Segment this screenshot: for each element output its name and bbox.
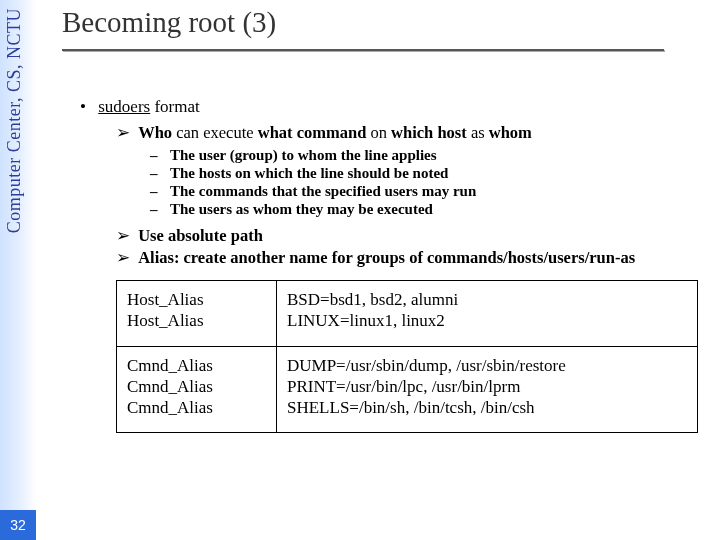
rule-absolute-path: Use absolute path (138, 226, 263, 245)
arrow-icon: ➢ (116, 226, 130, 244)
sidebar-gradient: Computer Center, CS, NCTU (0, 0, 36, 540)
cell-cmnd-alias-key: Cmnd_Alias Cmnd_Alias Cmnd_Alias (117, 346, 277, 433)
slide-title: Becoming root (3) (62, 6, 708, 43)
text-mid1: can execute (172, 123, 258, 142)
cell-host-alias-val: BSD=bsd1, bsd2, alumni LINUX=linux1, lin… (277, 281, 698, 347)
slide-body: • sudoers format ➢ Who can execute what … (80, 97, 708, 433)
text-host-alias: Host_Alias (127, 289, 266, 310)
dash-item-3: The commands that the specified users ma… (170, 183, 476, 199)
text-sudoers: sudoers (98, 97, 150, 116)
page-number: 32 (0, 510, 36, 540)
dash-item-4: The users as whom they may be executed (170, 201, 433, 217)
sidebar-org-text: Computer Center, CS, NCTU (4, 8, 25, 233)
text-host-alias: Host_Alias (127, 310, 266, 331)
alias-table: Host_Alias Host_Alias BSD=bsd1, bsd2, al… (116, 280, 698, 433)
cell-cmnd-alias-val: DUMP=/usr/sbin/dump, /usr/sbin/restore P… (277, 346, 698, 433)
text-dump: DUMP=/usr/sbin/dump, /usr/sbin/restore (287, 355, 687, 376)
dash-list: –The user (group) to whom the line appli… (150, 147, 708, 218)
title-underline (62, 49, 664, 51)
table-row: Host_Alias Host_Alias BSD=bsd1, bsd2, al… (117, 281, 698, 347)
bullet-sudoers-format: • sudoers format (80, 97, 708, 117)
slide-content: Becoming root (3) • sudoers format ➢ Who… (62, 6, 708, 433)
text-cmnd-alias: Cmnd_Alias (127, 376, 266, 397)
arrow-icon: ➢ (116, 248, 130, 266)
text-mid2: on (366, 123, 391, 142)
text-linux: LINUX=linux1, linux2 (287, 310, 687, 331)
text-whom: whom (489, 123, 532, 142)
text-bsd: BSD=bsd1, bsd2, alumni (287, 289, 687, 310)
arrow-icon: ➢ (116, 123, 130, 141)
dash-item-2: The hosts on which the line should be no… (170, 165, 448, 181)
text-cmnd-alias: Cmnd_Alias (127, 397, 266, 418)
rule-alias: Alias: create another name for groups of… (138, 248, 635, 267)
table-row: Cmnd_Alias Cmnd_Alias Cmnd_Alias DUMP=/u… (117, 346, 698, 433)
text-what-command: what command (258, 123, 367, 142)
text-mid3: as (467, 123, 489, 142)
sub-rules: ➢ Use absolute path ➢ Alias: create anot… (116, 226, 708, 268)
text-print: PRINT=/usr/bin/lpc, /usr/bin/lprm (287, 376, 687, 397)
bullet-dot-icon: • (80, 97, 94, 117)
cell-host-alias-key: Host_Alias Host_Alias (117, 281, 277, 347)
dash-icon: – (150, 147, 170, 164)
dash-icon: – (150, 183, 170, 200)
dash-icon: – (150, 201, 170, 218)
dash-item-1: The user (group) to whom the line applie… (170, 147, 437, 163)
dash-icon: – (150, 165, 170, 182)
sub-who-line: ➢ Who can execute what command on which … (116, 123, 708, 218)
text-who: Who (138, 123, 172, 142)
text-cmnd-alias: Cmnd_Alias (127, 355, 266, 376)
text-which-host: which host (391, 123, 467, 142)
text-format: format (150, 97, 200, 116)
text-shells: SHELLS=/bin/sh, /bin/tcsh, /bin/csh (287, 397, 687, 418)
